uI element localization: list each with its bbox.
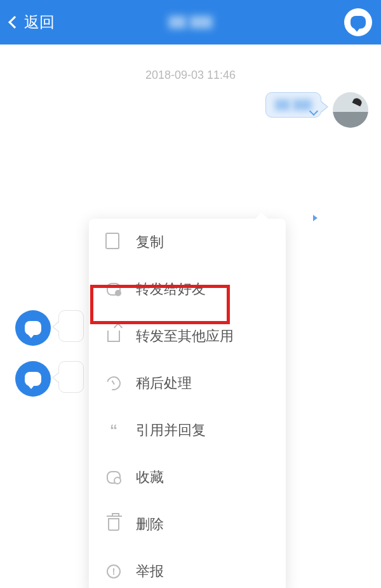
speech-bubble-icon [351,16,366,29]
message-bubble[interactable] [265,92,321,118]
back-label: 返回 [24,12,55,32]
report-icon: ! [105,563,122,580]
recipient-avatar[interactable] [15,361,51,397]
menu-item-later[interactable]: 稍后处理 [89,360,286,407]
star-icon [105,469,122,486]
share-icon [105,328,122,345]
clock-icon [105,375,122,392]
menu-label: 举报 [136,562,164,581]
menu-label: 复制 [136,233,164,252]
chat-title [169,16,213,29]
outgoing-message[interactable] [13,92,368,128]
menu-item-copy[interactable]: 复制 [89,219,286,266]
recipient-avatar[interactable] [15,310,51,346]
chat-body: 2018-09-03 11:46 [0,69,381,588]
message-timestamp: 2018-09-03 11:46 [13,69,368,82]
speech-bubble-icon [25,321,41,335]
play-icon [313,215,318,221]
menu-label: 收藏 [136,468,164,487]
sender-avatar[interactable] [333,92,368,128]
menu-item-forward-app[interactable]: 转发至其他应用 [89,313,286,360]
speech-bubble-icon [25,372,41,386]
menu-label: 转发至其他应用 [136,327,234,346]
menu-label: 删除 [136,515,164,534]
back-button[interactable]: 返回 [10,12,55,32]
copy-icon [105,234,122,250]
chat-info-button[interactable] [344,8,372,36]
message-context-menu: 复制 转发给好友 转发至其他应用 稍后处理 “ 引用并回复 收藏 删除 ! 举报 [89,219,286,588]
forward-icon [105,281,122,297]
menu-label: 引用并回复 [136,421,206,440]
menu-item-quote-reply[interactable]: “ 引用并回复 [89,407,286,454]
menu-item-delete[interactable]: 删除 [89,501,286,548]
incoming-message[interactable] [15,310,84,346]
quote-icon: “ [105,422,122,439]
menu-item-report[interactable]: ! 举报 [89,548,286,588]
message-bubble[interactable] [58,310,84,342]
menu-item-forward-friend[interactable]: 转发给好友 [89,266,286,313]
incoming-message[interactable] [15,361,84,397]
menu-item-favorite[interactable]: 收藏 [89,454,286,501]
message-bubble[interactable] [58,361,84,393]
header-bar: 返回 [0,0,381,44]
menu-label: 稍后处理 [136,374,192,393]
trash-icon [105,516,122,533]
chevron-left-icon [8,16,21,29]
menu-label: 转发给好友 [136,280,206,299]
